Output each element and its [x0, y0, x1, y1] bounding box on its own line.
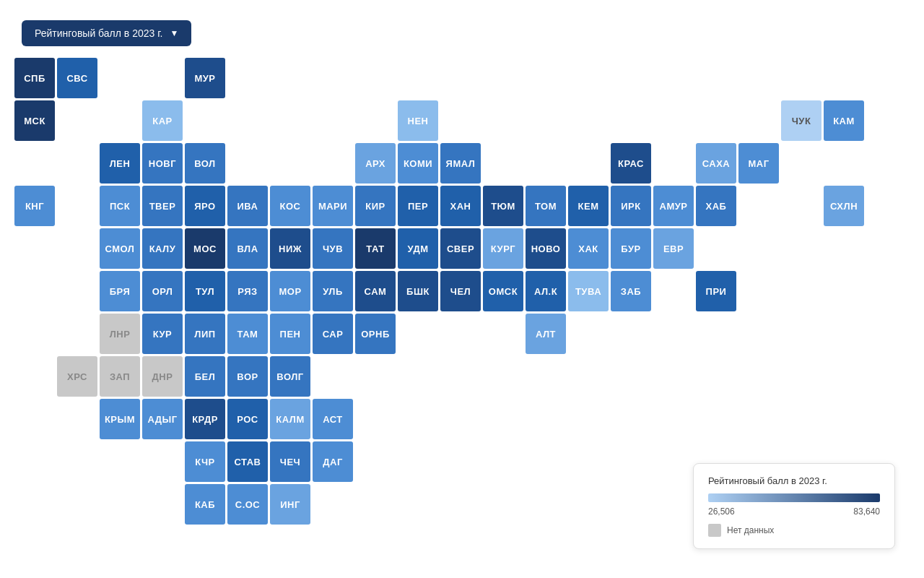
map-cell-каб[interactable]: КАБ — [185, 484, 225, 525]
dropdown-button[interactable]: Рейтинговый балл в 2023 г. ▼ — [22, 20, 191, 46]
map-cell-тюм[interactable]: ТЮМ — [483, 186, 523, 226]
map-cell-свер[interactable]: СВЕР — [440, 228, 481, 269]
map-cell-заб[interactable]: ЗАБ — [611, 271, 651, 311]
map-cell-лен[interactable]: ЛЕН — [100, 143, 140, 184]
map-cell-мск[interactable]: МСК — [14, 100, 55, 141]
map-cell-волг[interactable]: ВОЛГ — [270, 356, 310, 397]
map-cell-ирк[interactable]: ИРК — [611, 186, 651, 226]
map-cell-тул[interactable]: ТУЛ — [185, 271, 225, 311]
map-cell-чув[interactable]: ЧУВ — [313, 228, 353, 269]
map-cell-пск[interactable]: ПСК — [100, 186, 140, 226]
map-cell-маг[interactable]: МАГ — [738, 143, 779, 184]
map-cell-мур[interactable]: МУР — [185, 58, 225, 98]
map-cell-амур[interactable]: АМУР — [653, 186, 694, 226]
map-cell-бел[interactable]: БЕЛ — [185, 356, 225, 397]
map-cell-с.ос[interactable]: С.ОС — [227, 484, 268, 525]
map-cell-даг[interactable]: ДАГ — [313, 441, 353, 482]
map-cell-уль[interactable]: УЛЬ — [313, 271, 353, 311]
map-cell-мор[interactable]: МОР — [270, 271, 310, 311]
map-cell-крдр[interactable]: КРДР — [185, 399, 225, 439]
map-cell-бур[interactable]: БУР — [611, 228, 651, 269]
map-cell-кем[interactable]: КЕМ — [568, 186, 609, 226]
map-cell-том[interactable]: ТОМ — [526, 186, 566, 226]
map-cell-ямал[interactable]: ЯМАЛ — [440, 143, 481, 184]
map-cell-орл[interactable]: ОРЛ — [142, 271, 183, 311]
map-cell-зап[interactable]: ЗАП — [100, 356, 140, 397]
map-cell-удм[interactable]: УДМ — [398, 228, 438, 269]
map-cell-хан[interactable]: ХАН — [440, 186, 481, 226]
map-cell-мос[interactable]: МОС — [185, 228, 225, 269]
map-cell-спб[interactable]: СПБ — [14, 58, 55, 98]
map-cell-empty — [738, 58, 779, 98]
map-cell-смол[interactable]: СМОЛ — [100, 228, 140, 269]
map-cell-евр[interactable]: ЕВР — [653, 228, 694, 269]
map-cell-ал.к[interactable]: АЛ.К — [526, 271, 566, 311]
map-cell-чук[interactable]: ЧУК — [781, 100, 821, 141]
map-cell-крас[interactable]: КРАС — [611, 143, 651, 184]
map-cell-орнб[interactable]: ОРНБ — [355, 314, 396, 354]
map-cell-кург[interactable]: КУРГ — [483, 228, 523, 269]
map-grid: СПБСВСМУРМСККАРНЕНЧУККАМЛЕННОВГВОЛАРХКОМ… — [14, 58, 924, 525]
map-cell-калм[interactable]: КАЛМ — [270, 399, 310, 439]
map-cell-вла[interactable]: ВЛА — [227, 228, 268, 269]
map-cell-пер[interactable]: ПЕР — [398, 186, 438, 226]
map-cell-кир[interactable]: КИР — [355, 186, 396, 226]
map-cell-яро[interactable]: ЯРО — [185, 186, 225, 226]
map-cell-empty — [866, 314, 907, 354]
map-cell-кам[interactable]: КАМ — [824, 100, 864, 141]
map-cell-лнр[interactable]: ЛНР — [100, 314, 140, 354]
map-cell-коми[interactable]: КОМИ — [398, 143, 438, 184]
map-cell-арх[interactable]: АРХ — [355, 143, 396, 184]
map-cell-ниж[interactable]: НИЖ — [270, 228, 310, 269]
map-cell-омск[interactable]: ОМСК — [483, 271, 523, 311]
map-cell-инг[interactable]: ИНГ — [270, 484, 310, 525]
map-cell-сар[interactable]: САР — [313, 314, 353, 354]
map-cell-при[interactable]: ПРИ — [696, 271, 736, 311]
map-cell-там[interactable]: ТАМ — [227, 314, 268, 354]
map-cell-тува[interactable]: ТУВА — [568, 271, 609, 311]
map-cell-днр[interactable]: ДНР — [142, 356, 183, 397]
map-cell-рос[interactable]: РОС — [227, 399, 268, 439]
map-cell-кур[interactable]: КУР — [142, 314, 183, 354]
map-cell-кчр[interactable]: КЧР — [185, 441, 225, 482]
map-cell-алт[interactable]: АЛТ — [526, 314, 566, 354]
map-cell-бря[interactable]: БРЯ — [100, 271, 140, 311]
map-cell-схлн[interactable]: СХЛН — [824, 186, 864, 226]
map-cell-бшк[interactable]: БШК — [398, 271, 438, 311]
map-cell-вол[interactable]: ВОЛ — [185, 143, 225, 184]
map-cell-сам[interactable]: САМ — [355, 271, 396, 311]
map-cell-кнг[interactable]: КНГ — [14, 186, 55, 226]
map-cell-empty — [738, 399, 779, 439]
map-cell-став[interactable]: СТАВ — [227, 441, 268, 482]
map-cell-новг[interactable]: НОВГ — [142, 143, 183, 184]
map-cell-хаб[interactable]: ХАБ — [696, 186, 736, 226]
map-cell-тат[interactable]: ТАТ — [355, 228, 396, 269]
map-cell-нен[interactable]: НЕН — [398, 100, 438, 141]
map-cell-empty — [738, 186, 779, 226]
map-cell-саха[interactable]: САХА — [696, 143, 736, 184]
map-cell-ива[interactable]: ИВА — [227, 186, 268, 226]
map-cell-вор[interactable]: ВОР — [227, 356, 268, 397]
map-cell-свс[interactable]: СВС — [57, 58, 97, 98]
map-cell-крым[interactable]: КРЫМ — [100, 399, 140, 439]
map-cell-ново[interactable]: НОВО — [526, 228, 566, 269]
map-cell-empty — [781, 143, 821, 184]
map-cell-чеч[interactable]: ЧЕЧ — [270, 441, 310, 482]
map-cell-кар[interactable]: КАР — [142, 100, 183, 141]
map-cell-empty — [611, 484, 651, 525]
map-cell-чел[interactable]: ЧЕЛ — [440, 271, 481, 311]
map-cell-хрс[interactable]: ХРС — [57, 356, 97, 397]
map-cell-empty — [866, 186, 907, 226]
map-cell-аст[interactable]: АСТ — [313, 399, 353, 439]
map-cell-хак[interactable]: ХАК — [568, 228, 609, 269]
map-cell-лип[interactable]: ЛИП — [185, 314, 225, 354]
map-cell-мари[interactable]: МАРИ — [313, 186, 353, 226]
map-cell-кос[interactable]: КОС — [270, 186, 310, 226]
map-cell-пен[interactable]: ПЕН — [270, 314, 310, 354]
map-cell-калу[interactable]: КАЛУ — [142, 228, 183, 269]
map-cell-ряз[interactable]: РЯЗ — [227, 271, 268, 311]
map-cell-твер[interactable]: ТВЕР — [142, 186, 183, 226]
map-cell-адыг[interactable]: АДЫГ — [142, 399, 183, 439]
map-cell-empty — [696, 228, 736, 269]
map-cell-empty — [866, 271, 907, 311]
